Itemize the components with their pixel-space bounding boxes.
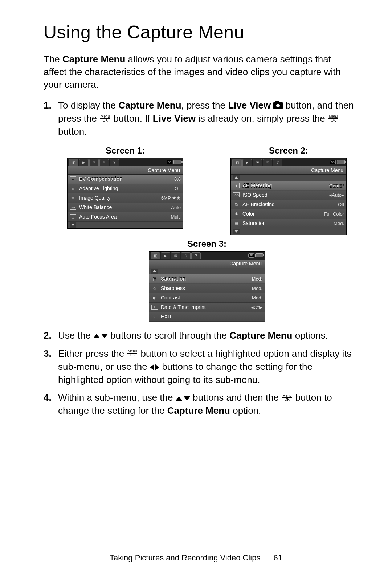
- battery-icon: [255, 253, 263, 257]
- menu-row-label: Saturation: [161, 276, 252, 282]
- up-down-arrows-icon: [176, 396, 190, 401]
- left-right-arrows-icon: [150, 364, 159, 371]
- menu-row: ⧉AE BracketingOff: [231, 200, 346, 209]
- text-bold: Capture Menu: [167, 405, 230, 416]
- menu-row-value: Med.: [252, 276, 262, 282]
- text: button.: [58, 126, 87, 137]
- menu-row: ↩EXIT: [149, 312, 265, 322]
- meter-icon: ▣: [232, 182, 240, 189]
- menu-row: WBWhite BalanceAuto: [68, 203, 183, 212]
- contrast-icon: ◐: [151, 294, 159, 301]
- step-number: 1.: [44, 99, 58, 138]
- tab-camera-icon: ◧: [69, 159, 78, 166]
- tab-hand-icon: ☟: [99, 159, 109, 166]
- sharp-icon: ◇: [151, 285, 159, 291]
- text: Within a sub-menu, use the: [58, 392, 176, 403]
- screen-label: Screen 2:: [221, 146, 356, 156]
- menu-row: ▤SaturationMed.: [149, 274, 265, 284]
- menu-row-label: Image Quality: [79, 195, 161, 201]
- menu-row-label: Contrast: [161, 295, 252, 301]
- menu-row: ☼Adaptive LightingOff: [68, 184, 183, 193]
- tab-bar: ◧▶✉☟?SD: [231, 158, 346, 166]
- text: is already on, simply press the: [196, 113, 328, 124]
- text: buttons to scroll through the: [108, 330, 229, 341]
- text: The: [44, 54, 62, 65]
- scroll-up-icon: [233, 175, 240, 180]
- footer-section: Taking Pictures and Recording Video Clip…: [110, 553, 260, 562]
- step-3: 3. Either press the MenuOK button to sel…: [44, 347, 356, 387]
- menu-row: ISOISO Speed◂Auto▸: [231, 191, 346, 200]
- screen3-block: Screen 3: ◧▶✉☟?SDCapture Menu▤Saturation…: [58, 239, 356, 322]
- tab-play-icon: ▶: [242, 159, 252, 166]
- star-icon: ☆: [69, 195, 77, 201]
- menu-row-value: Off: [338, 202, 344, 207]
- menu-row-label: Adaptive Lighting: [79, 185, 175, 191]
- text: button. If: [111, 113, 153, 124]
- menu-row-label: ISO Speed: [242, 192, 329, 198]
- menu-row-value: Med.: [252, 286, 262, 291]
- menu-title: Capture Menu: [68, 166, 183, 175]
- menu-ok-icon: MenuOK: [328, 115, 339, 122]
- menu-row-label: White Balance: [79, 204, 171, 210]
- screen2-block: Screen 2: ◧▶✉☟?SDCapture Menu▣AE Meterin…: [221, 146, 356, 235]
- step-number: 4.: [44, 391, 58, 417]
- text: option.: [230, 405, 261, 416]
- text: , press the: [181, 100, 228, 111]
- iso-icon: ISO: [232, 192, 240, 198]
- sd-icon: SD: [167, 160, 172, 164]
- menu-row: ◐ContrastMed.: [149, 293, 265, 303]
- menu-row: ▤SaturationMed.: [231, 219, 346, 228]
- menu-row-value: 6MP ★★: [161, 195, 181, 201]
- camera-screen-1: ◧▶✉☟?SDCapture Menu±EV Compensation0.0☼A…: [67, 158, 183, 229]
- footer-page-number: 61: [274, 553, 282, 562]
- menu-ok-icon: MenuOK: [99, 115, 111, 122]
- menu-row: ☆Image Quality6MP ★★: [68, 193, 183, 203]
- text-bold: Live View: [153, 113, 196, 124]
- text: Use the: [58, 330, 93, 341]
- menu-row-value: Med.: [252, 295, 262, 301]
- menu-row-value: ◂Off▸: [251, 305, 262, 310]
- screen1-block: Screen 1: ◧▶✉☟?SDCapture Menu±EV Compens…: [58, 146, 192, 235]
- menu-row-value: Auto: [171, 205, 181, 210]
- text: Either press the: [58, 348, 127, 359]
- menu-row-label: EXIT: [161, 314, 262, 319]
- step-number: 2.: [44, 329, 58, 342]
- menu-row: ±EV Compensation0.0: [68, 175, 183, 184]
- tab-hand-icon: ☟: [181, 252, 191, 259]
- intro-paragraph: The Capture Menu allows you to adjust va…: [44, 53, 356, 91]
- camera-screen-3: ◧▶✉☟?SDCapture Menu▤SaturationMed.◇Sharp…: [149, 251, 265, 322]
- ev-icon: ±: [69, 176, 77, 182]
- menu-row: ▣AE MeteringCenter: [231, 181, 346, 191]
- menu-row-value: ◂Auto▸: [329, 192, 344, 198]
- up-down-arrows-icon: [93, 334, 108, 338]
- tab-mail-icon: ✉: [253, 159, 262, 166]
- tab-mail-icon: ✉: [171, 252, 180, 259]
- date-icon: ≡: [151, 304, 159, 310]
- status-area: SD: [248, 253, 263, 258]
- tab-help-icon: ?: [110, 159, 119, 166]
- scroll-down-icon: [233, 229, 240, 234]
- screen-label: Screen 1:: [58, 146, 192, 156]
- menu-row-value: Off: [175, 186, 181, 191]
- menu-row: ◇SharpnessMed.: [149, 284, 265, 293]
- text-bold: Live View: [228, 100, 271, 111]
- step-number: 3.: [44, 347, 58, 387]
- text-bold: Capture Menu: [118, 100, 181, 111]
- menu-row-value: Med.: [334, 221, 344, 226]
- menu-row-value: Center: [329, 183, 344, 188]
- menu-row-value: Full Color: [324, 211, 344, 217]
- text: [271, 100, 273, 111]
- menu-title: Capture Menu: [231, 166, 346, 175]
- scroll-down-icon: [70, 222, 76, 228]
- tab-camera-icon: ◧: [232, 159, 242, 166]
- step-1: 1. To display the Capture Menu, press th…: [44, 99, 356, 138]
- menu-row: ≡Date & Time Imprint◂Off▸: [149, 303, 265, 312]
- text: To display the: [58, 100, 118, 111]
- menu-row-value: Multi: [171, 214, 181, 220]
- tab-mail-icon: ✉: [89, 159, 99, 166]
- sd-icon: SD: [248, 253, 254, 258]
- menu-row-label: Sharpness: [161, 285, 252, 291]
- menu-row-value: 0.0: [174, 176, 181, 182]
- tab-help-icon: ?: [191, 252, 201, 259]
- step-4: 4. Within a sub-menu, use the buttons an…: [44, 391, 356, 417]
